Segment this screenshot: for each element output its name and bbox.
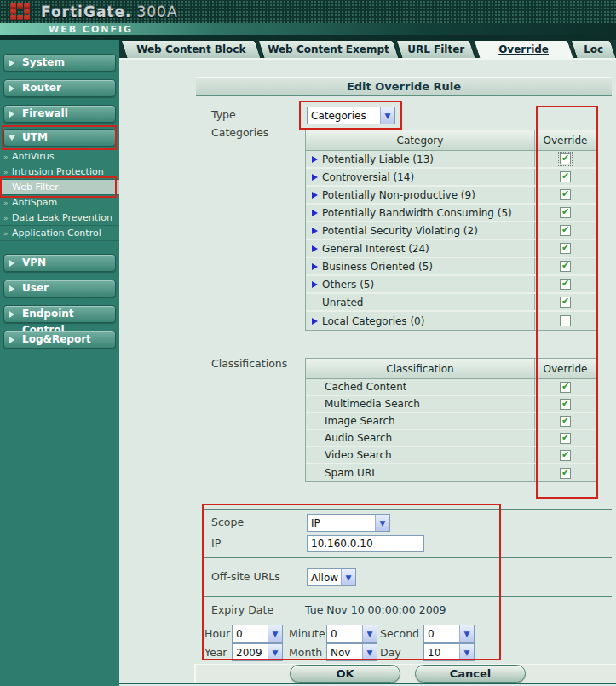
ip-input[interactable] bbox=[307, 535, 424, 552]
ip-label: IP bbox=[211, 537, 221, 550]
category-name: Potentially Liable (13) bbox=[322, 153, 434, 165]
cancel-button[interactable]: Cancel bbox=[415, 665, 526, 683]
year-label: Year bbox=[204, 646, 227, 659]
table-row: Potential Security Violating (2) bbox=[306, 222, 596, 240]
chevron-down-icon: ▼ bbox=[362, 625, 377, 642]
hour-select[interactable]: 0▼ bbox=[232, 625, 283, 643]
fortinet-logo-icon bbox=[10, 3, 32, 22]
header-top-band: FortiGate.300A bbox=[0, 0, 616, 24]
brand-name: FortiGate. bbox=[41, 3, 131, 20]
category-name: Business Oriented (5) bbox=[322, 261, 433, 273]
expand-arrow-icon[interactable] bbox=[312, 228, 318, 234]
web-config-label: WEB CONFIG bbox=[49, 24, 133, 35]
override-checkbox[interactable] bbox=[560, 225, 571, 236]
table-row: Multimedia Search bbox=[306, 396, 596, 413]
classification-name: Audio Search bbox=[306, 432, 392, 444]
expand-arrow-icon[interactable] bbox=[312, 174, 318, 181]
override-checkbox[interactable] bbox=[560, 315, 571, 326]
year-select[interactable]: 2009▼ bbox=[232, 643, 283, 661]
day-select[interactable]: 10▼ bbox=[423, 643, 475, 661]
offsite-urls-label: Off-site URLs bbox=[211, 570, 280, 583]
expand-arrow-icon[interactable] bbox=[312, 192, 318, 199]
table-row: Business Oriented (5) bbox=[306, 258, 596, 276]
expand-arrow-icon[interactable] bbox=[312, 318, 318, 325]
override-checkbox[interactable] bbox=[560, 416, 571, 427]
tab-web-content-exempt[interactable]: Web Content Exempt bbox=[258, 40, 400, 58]
sidebar-item-firewall[interactable]: Firewall bbox=[3, 105, 116, 123]
type-select[interactable]: Categories ▼ bbox=[307, 107, 395, 124]
chevron-down-icon: ▼ bbox=[268, 644, 282, 660]
override-checkbox[interactable] bbox=[560, 171, 571, 182]
table-row: Potentially Liable (13) bbox=[306, 151, 596, 169]
override-checkbox[interactable] bbox=[560, 279, 571, 290]
chevron-down-icon: ▼ bbox=[380, 107, 394, 124]
category-name: Local Categories (0) bbox=[322, 315, 424, 327]
table-row: Local Categories (0) bbox=[306, 312, 596, 330]
page-title: Edit Override Rule bbox=[196, 77, 612, 96]
override-checkbox[interactable] bbox=[560, 450, 571, 461]
table-row: Unrated bbox=[306, 294, 596, 312]
sidebar-item-antivirus[interactable]: AntiVirus bbox=[0, 149, 119, 164]
table-row: Audio Search bbox=[306, 430, 596, 447]
app-header: FortiGate.300A WEB CONFIG bbox=[0, 0, 616, 40]
category-name: Others (5) bbox=[322, 279, 374, 291]
chevron-down-icon: ▼ bbox=[375, 515, 389, 531]
tab-web-content-block[interactable]: Web Content Block bbox=[121, 40, 262, 58]
override-checkbox[interactable] bbox=[560, 153, 571, 164]
sidebar-item-user[interactable]: User bbox=[3, 280, 116, 297]
minute-label: Minute bbox=[289, 627, 325, 640]
expand-arrow-icon[interactable] bbox=[312, 263, 318, 270]
override-checkbox[interactable] bbox=[560, 243, 571, 254]
divider bbox=[203, 509, 612, 510]
ok-button[interactable]: OK bbox=[290, 665, 400, 683]
month-label: Month bbox=[289, 646, 322, 659]
expand-arrow-icon[interactable] bbox=[312, 156, 318, 163]
bottom-divider bbox=[119, 683, 616, 684]
table-row: Video Search bbox=[306, 447, 596, 464]
tab-url-filter[interactable]: URL Filter bbox=[396, 40, 476, 58]
classification-name: Multimedia Search bbox=[306, 398, 420, 410]
table-row: Image Search bbox=[306, 413, 596, 430]
sidebar-item-system[interactable]: System bbox=[3, 54, 116, 72]
sidebar-item-web-filter[interactable]: Web Filter bbox=[0, 180, 119, 195]
web-config-band: WEB CONFIG bbox=[0, 23, 616, 35]
override-checkbox[interactable] bbox=[560, 468, 571, 479]
sidebar-item-utm[interactable]: UTM bbox=[3, 129, 116, 147]
override-checkbox[interactable] bbox=[560, 433, 571, 444]
sidebar-item-vpn[interactable]: VPN bbox=[3, 254, 116, 272]
override-checkbox[interactable] bbox=[560, 382, 571, 393]
override-checkbox[interactable] bbox=[560, 207, 571, 218]
sidebar-item-endpoint-control[interactable]: Endpoint Control bbox=[3, 305, 116, 323]
sidebar-item-router[interactable]: Router bbox=[3, 79, 116, 97]
chevron-down-icon: ▼ bbox=[341, 569, 355, 585]
table-row: Spam URL bbox=[306, 464, 596, 481]
expand-arrow-icon[interactable] bbox=[312, 281, 318, 288]
category-name: Unrated bbox=[322, 297, 363, 308]
override-checkbox[interactable] bbox=[560, 261, 571, 272]
month-select[interactable]: Nov▼ bbox=[326, 643, 377, 661]
tab-override[interactable]: Override bbox=[473, 40, 573, 58]
override-checkbox[interactable] bbox=[560, 297, 571, 308]
second-label: Second bbox=[380, 627, 419, 640]
scope-select[interactable]: IP ▼ bbox=[307, 514, 390, 532]
second-select[interactable]: 0▼ bbox=[423, 625, 475, 643]
override-checkbox[interactable] bbox=[560, 399, 571, 410]
offsite-urls-select[interactable]: Allow ▼ bbox=[307, 568, 356, 586]
table-row: Controversial (14) bbox=[306, 169, 596, 187]
button-band bbox=[194, 664, 616, 683]
override-column-header: Override bbox=[535, 130, 596, 150]
override-checkbox[interactable] bbox=[560, 189, 571, 200]
expand-arrow-icon[interactable] bbox=[312, 245, 318, 252]
sidebar-item-intrusion-protection[interactable]: Intrusion Protection bbox=[0, 164, 119, 180]
sidebar-item-log-report[interactable]: Log&Report bbox=[3, 331, 116, 349]
sidebar-item-data-leak-prevention[interactable]: Data Leak Prevention bbox=[0, 210, 119, 226]
override-column-header: Override bbox=[535, 359, 596, 378]
classifications-label: Classifications bbox=[211, 357, 287, 370]
tab-local-truncated[interactable]: Loc bbox=[570, 40, 616, 58]
sidebar-item-antispam[interactable]: AntiSpam bbox=[0, 195, 119, 210]
sidebar-item-application-control[interactable]: Application Control bbox=[0, 226, 119, 241]
minute-select[interactable]: 0▼ bbox=[326, 625, 377, 643]
classification-name: Image Search bbox=[306, 415, 395, 427]
chevron-down-icon: ▼ bbox=[362, 644, 377, 660]
expand-arrow-icon[interactable] bbox=[312, 210, 318, 216]
